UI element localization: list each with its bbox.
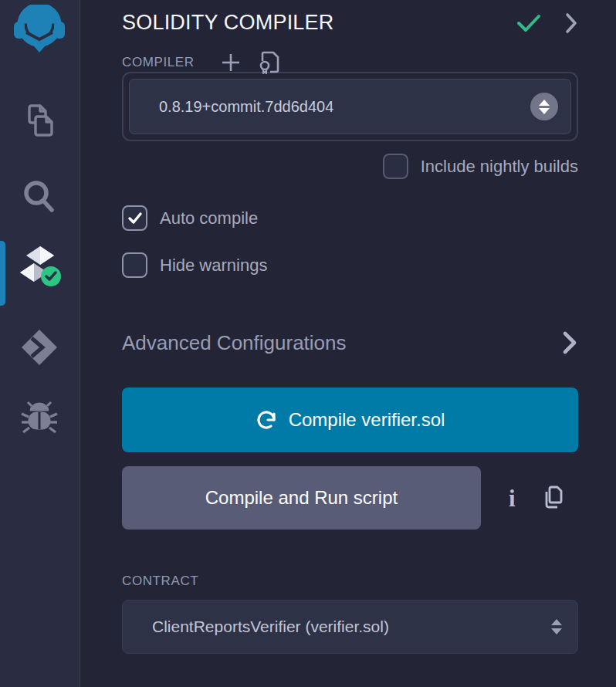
chevron-right-icon[interactable] bbox=[564, 12, 578, 34]
advanced-configurations-label: Advanced Configurations bbox=[122, 331, 347, 355]
nightly-builds-row: Include nightly builds bbox=[122, 154, 578, 179]
hide-warnings-checkbox[interactable] bbox=[122, 252, 147, 278]
add-custom-compiler-icon[interactable] bbox=[221, 52, 241, 73]
sidebar-item-solidity-compiler[interactable] bbox=[0, 242, 79, 289]
contract-label-row: CONTRACT bbox=[122, 573, 578, 590]
compiler-version-value: 0.8.19+commit.7dd6d404 bbox=[159, 98, 530, 116]
copy-icon[interactable] bbox=[539, 484, 564, 512]
include-nightly-checkbox[interactable] bbox=[383, 154, 408, 179]
sidebar-item-file-explorer[interactable] bbox=[0, 102, 79, 139]
contract-label: CONTRACT bbox=[122, 574, 198, 589]
sidebar-item-debugger[interactable] bbox=[0, 397, 79, 437]
files-icon bbox=[20, 102, 59, 139]
compiler-label: COMPILER bbox=[122, 55, 195, 70]
auto-compile-row: Auto compile bbox=[122, 205, 578, 231]
contract-select-value: ClientReportsVerifier (verifier.sol) bbox=[152, 618, 551, 636]
hide-warnings-label[interactable]: Hide warnings bbox=[160, 256, 267, 276]
sidebar-item-deploy-and-run[interactable] bbox=[0, 327, 79, 367]
advanced-configurations-toggle[interactable]: Advanced Configurations bbox=[122, 330, 578, 355]
remix-logo[interactable] bbox=[0, 5, 79, 52]
include-nightly-label[interactable]: Include nightly builds bbox=[421, 157, 578, 177]
select-arrows-icon bbox=[551, 619, 562, 635]
compile-and-run-button[interactable]: Compile and Run script bbox=[122, 466, 481, 530]
chevron-right-icon bbox=[561, 330, 578, 355]
remix-logo-icon bbox=[14, 5, 65, 52]
panel-header: SOLIDITY COMPILER bbox=[122, 11, 578, 35]
compiler-label-row: COMPILER bbox=[122, 53, 578, 72]
check-icon bbox=[516, 13, 541, 33]
hide-warnings-row: Hide warnings bbox=[122, 252, 578, 278]
compiler-license-icon[interactable] bbox=[258, 50, 281, 75]
sidebar-item-search[interactable] bbox=[0, 178, 79, 216]
compiler-version-select[interactable]: 0.8.19+commit.7dd6d404 bbox=[129, 79, 571, 134]
refresh-icon bbox=[256, 409, 277, 431]
info-icon[interactable]: i bbox=[509, 486, 516, 510]
auto-compile-checkbox[interactable] bbox=[122, 205, 147, 231]
bug-icon bbox=[19, 397, 59, 437]
compiler-select-wrapper: 0.8.19+commit.7dd6d404 bbox=[122, 72, 578, 141]
solidity-icon bbox=[15, 242, 63, 289]
contract-select[interactable]: ClientReportsVerifier (verifier.sol) bbox=[122, 600, 578, 654]
solidity-compiler-panel: SOLIDITY COMPILER COMPILER 0.8.19+commi bbox=[80, 0, 616, 687]
compile-and-run-row: Compile and Run script i bbox=[122, 466, 578, 530]
page-title: SOLIDITY COMPILER bbox=[122, 11, 333, 35]
search-icon bbox=[20, 178, 59, 216]
auto-compile-label[interactable]: Auto compile bbox=[160, 208, 258, 228]
ethereum-icon bbox=[19, 327, 59, 367]
compile-button-label: Compile verifier.sol bbox=[289, 409, 445, 431]
icon-sidebar bbox=[0, 0, 80, 687]
compile-button[interactable]: Compile verifier.sol bbox=[122, 387, 578, 452]
select-arrows-icon bbox=[530, 93, 558, 120]
